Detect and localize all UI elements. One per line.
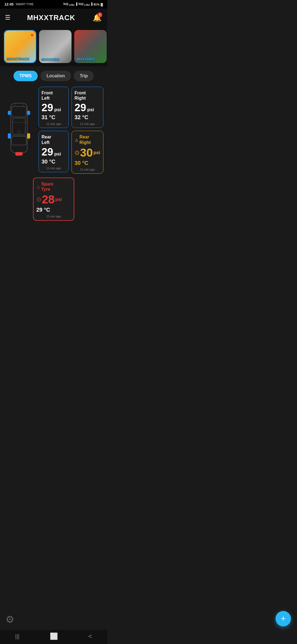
psi-with-icon-rr: ⊙ 30 psi [75, 146, 100, 159]
vehicle-card-mhxxtrack[interactable]: ♥ MHXXTRACK [4, 30, 36, 63]
tire-temp-spare: 29 °C [36, 207, 71, 213]
psi-unit-rr: psi [94, 150, 100, 155]
tire-name-fl: FrontLeft [42, 91, 53, 100]
svg-point-14 [17, 130, 21, 134]
signal1-icon: Vo)) LTE1 ▐ [63, 2, 77, 6]
status-bar: 12:45 SMART TYRE Vo)) LTE1 ▐ Vo)) LTE2 ▐… [0, 0, 107, 9]
warning-icon-spare: ⚠ [36, 184, 40, 190]
warning-row-rr: ⚠ RearRight [75, 134, 100, 146]
tab-location[interactable]: Location [40, 71, 71, 81]
psi-with-icon-spare: ⊙ 28 psi [36, 193, 71, 206]
psi-unit-spare: psi [55, 197, 62, 202]
psi-value-rl: 29 [42, 146, 53, 158]
vehicle-list: ♥ MHXXTRACK MHXXOBD MHXXBIKE [0, 27, 107, 66]
svg-rect-5 [12, 136, 26, 145]
tire-name-fr: FrontRight [75, 91, 86, 100]
status-time: 12:45 SMART TYRE [4, 2, 34, 6]
warning-row-spare: ⚠ SpareTyre [36, 181, 71, 193]
brand-label: SMART TYRE [16, 3, 34, 6]
svg-rect-8 [8, 133, 11, 138]
tire-name-rr: RearRight [79, 134, 91, 145]
tire-card-rear-left: RearLeft 29 psi 30 °C 11 min ago [38, 131, 69, 172]
tab-tpms[interactable]: TPMS [13, 71, 38, 81]
psi-unit-fr: psi [87, 107, 94, 113]
tire-temp-fr: 32 °C [75, 114, 100, 121]
tire-card-rear-right: ⚠ RearRight ⊙ 30 psi 30 °C 11 min ago [72, 131, 103, 173]
tire-name-rl: RearLeft [42, 135, 51, 144]
tire-card-front-left: FrontLeft 29 psi 31 °C 11 min ago [38, 87, 69, 128]
psi-unit-fl: psi [54, 107, 61, 113]
svg-rect-0 [11, 103, 27, 153]
battery-icon: ▓ [101, 3, 103, 6]
tire-temp-fl: 31 °C [42, 114, 66, 121]
tire-psi-row-fl: 29 psi [42, 102, 66, 114]
tire-card-spare: ⚠ SpareTyre ⊙ 28 psi 29 °C 11 min ago [33, 178, 74, 221]
app-header: ☰ MHXXTRACK 🔔 7 [0, 9, 107, 27]
favorite-icon: ♥ [31, 32, 34, 38]
svg-rect-10 [27, 133, 30, 138]
psi-unit-rl: psi [54, 151, 61, 157]
tpms-section: FrontLeft 29 psi 31 °C 11 min ago [0, 84, 107, 226]
tire-timestamp-fl: 11 min ago [42, 122, 66, 125]
tab-bar: TPMS Location Trip [0, 66, 107, 84]
signal2-icon: Vo)) LTE2 ▐ [78, 2, 92, 6]
tire-psi-row-fr: 29 psi [75, 102, 100, 114]
svg-rect-6 [8, 111, 11, 115]
status-icons: Vo)) LTE1 ▐ Vo)) LTE2 ▐ 81% ▓ [63, 2, 103, 6]
app-title: MHXXTRACK [27, 13, 75, 22]
svg-rect-7 [27, 111, 30, 115]
tire-psi-row-rl: 29 psi [42, 146, 66, 158]
vehicle-label-1: MHXXTRACK [7, 57, 29, 61]
psi-value-fl: 29 [42, 102, 53, 114]
battery-display: 81% [94, 3, 100, 6]
tab-trip[interactable]: Trip [74, 71, 94, 81]
vehicle-label-2: MHXXOBD [41, 57, 59, 61]
svg-rect-1 [12, 107, 26, 117]
psi-value-fr: 29 [75, 102, 86, 114]
tire-timestamp-fr: 11 min ago [75, 122, 100, 125]
vehicle-card-mhxxobd[interactable]: MHXXOBD [39, 30, 72, 63]
tire-temp-rr: 30 °C [75, 160, 100, 166]
tire-timestamp-spare: 11 min ago [36, 215, 71, 218]
time-display: 12:45 [4, 2, 13, 6]
psi-value-rr: 30 [80, 146, 93, 159]
notification-badge: 7 [97, 12, 102, 17]
tire-timestamp-rr: 11 min ago [75, 168, 100, 171]
tire-gauge-icon-rr: ⊙ [75, 149, 79, 156]
psi-value-spare: 28 [42, 193, 55, 206]
vehicle-label-3: MHXXBIKE [76, 57, 95, 61]
tire-name-spare: SpareTyre [41, 181, 53, 192]
svg-rect-4 [13, 118, 25, 135]
tire-timestamp-rl: 11 min ago [42, 167, 66, 170]
tire-card-front-right: FrontRight 29 psi 32 °C 11 min ago [72, 87, 103, 128]
tpms-grid: FrontLeft 29 psi 31 °C 11 min ago [4, 87, 103, 221]
warning-icon-rr: ⚠ [75, 138, 78, 143]
tire-gauge-icon-spare: ⊙ [36, 196, 41, 203]
vehicle-card-mhxxbike[interactable]: MHXXBIKE [74, 30, 107, 63]
svg-rect-11 [15, 152, 23, 155]
tire-temp-rl: 30 °C [42, 159, 66, 165]
spare-tyre-row: ⚠ SpareTyre ⊙ 28 psi 29 °C 11 min ago [4, 178, 103, 221]
notification-button[interactable]: 🔔 7 [92, 12, 102, 23]
car-diagram [4, 87, 34, 169]
menu-button[interactable]: ☰ [5, 14, 10, 21]
